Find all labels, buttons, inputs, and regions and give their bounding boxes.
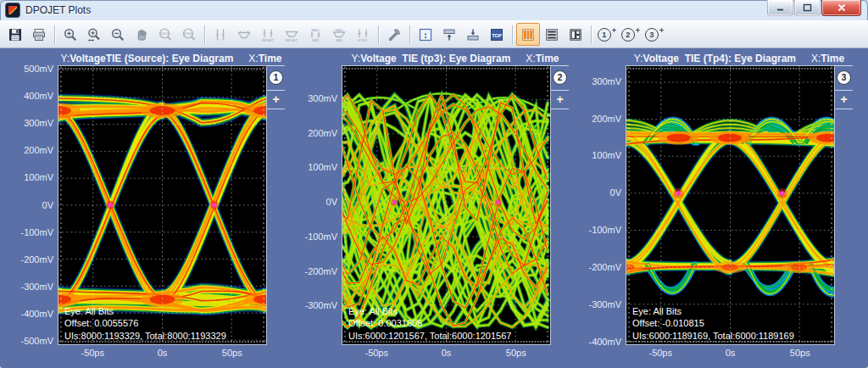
zoom-horizontal-icon	[86, 27, 102, 42]
minimize-button[interactable]	[767, 0, 793, 16]
y-tick-label: 100mV	[24, 172, 53, 183]
zoom-in-button[interactable]	[58, 23, 82, 46]
y-tick-label: 300mV	[308, 93, 337, 104]
plot3-eye-canvas	[626, 66, 834, 344]
plus-icon: +	[636, 26, 640, 35]
plot3-title: Y:Voltage TIE (Tp4): Eye DiagramX:Time	[626, 52, 853, 65]
y-tick-label: 200mV	[308, 128, 337, 139]
pan-button[interactable]	[130, 23, 153, 46]
zoom-sync-button: SYNC	[177, 23, 201, 46]
titlebar[interactable]: DPOJET Plots	[0, 0, 868, 20]
app-icon	[6, 3, 19, 17]
y-tick-label: -300mV	[588, 299, 621, 310]
plot3-number-icon: 3	[645, 28, 659, 42]
cursors-reset-button: RESET	[256, 23, 280, 46]
zoom-out-button[interactable]	[106, 23, 130, 46]
plot2-title: Y:Voltage TIE (tp3): Eye DiagramX:Time	[342, 52, 569, 65]
y-tick-label: -100mV	[20, 227, 53, 238]
y-tick-label: 0V	[42, 200, 53, 211]
maximize-icon	[803, 3, 812, 12]
y-tick-label: 0V	[326, 197, 337, 208]
cursors-sync-button: SYNC	[351, 23, 375, 46]
minimize-icon	[776, 3, 785, 12]
cursors-sync-icon: SYNC	[354, 27, 371, 42]
maximize-button[interactable]	[794, 0, 821, 16]
y-tick-label: 200mV	[24, 145, 53, 156]
wrench-icon	[387, 27, 402, 42]
toolbar-separator	[378, 25, 379, 44]
plot2-eye-canvas	[342, 66, 550, 344]
zoom-100-icon: 100%	[158, 27, 173, 42]
layout-grid-button[interactable]	[564, 23, 587, 46]
svg-text:RESET: RESET	[262, 38, 274, 42]
zoom-sync-icon: SYNC	[181, 27, 197, 42]
configure-button[interactable]	[382, 23, 406, 46]
fit-vertical-button[interactable]: ↕	[414, 23, 437, 46]
plot1-number-badge[interactable]: 1	[269, 70, 283, 85]
y-tick-label: -400mV	[588, 337, 621, 348]
plot2-x-axis: -50ps 0s 50ps	[342, 345, 551, 360]
svg-text:MIN: MIN	[312, 38, 319, 42]
dock-bottom-button[interactable]	[461, 23, 485, 46]
print-button[interactable]	[27, 23, 51, 46]
cursors-maxmin-button: MAX MIN	[303, 23, 327, 46]
y-tick-label: -100mV	[304, 231, 337, 243]
svg-text:↕: ↕	[423, 30, 428, 40]
plot-panel-2: Y:Voltage TIE (tp3): Eye DiagramX:Time 3…	[308, 52, 569, 368]
zoom-in-icon	[63, 27, 78, 42]
y-tick-label: 200mV	[592, 114, 621, 125]
region-maxmin-button: MAX MIN	[327, 23, 351, 46]
zoom-100-button: 100%	[153, 23, 177, 46]
plot1-badge-column: 1 +	[267, 65, 285, 345]
show-plot3-button[interactable]: 3 +	[643, 23, 666, 46]
plot3-add-button[interactable]: +	[840, 94, 847, 104]
toolbar: 100% SYNC R	[0, 20, 868, 48]
svg-text:RESET: RESET	[286, 38, 298, 42]
svg-text:MAX: MAX	[335, 27, 342, 31]
plots-area: Y:VoltageTIE (Source): Eye DiagramX:Time…	[0, 48, 868, 368]
plot3-number-badge[interactable]: 3	[837, 70, 851, 85]
plot2-eye-diagram[interactable]: Eye: All BitsOffset: 0.0031605UIs:6000:1…	[342, 65, 551, 345]
plot1-title: Y:VoltageTIE (Source): Eye DiagramX:Time	[58, 52, 285, 65]
layout-columns-button[interactable]	[516, 23, 540, 46]
y-tick-label: -500mV	[20, 336, 53, 347]
always-on-top-button[interactable]: TOP	[485, 23, 509, 46]
plot-panel-1: Y:VoltageTIE (Source): Eye DiagramX:Time…	[24, 52, 285, 368]
region-reset-button: RESET	[280, 23, 303, 46]
plot3-eye-diagram[interactable]: Eye: All BitsOffset: -0.010815UIs:6000:1…	[626, 65, 835, 345]
plot1-eye-diagram[interactable]: Eye: All BitsOffset: 0.0055576UIs:8000:1…	[58, 65, 267, 345]
dock-top-button[interactable]	[437, 23, 461, 46]
show-plot1-button[interactable]: 1 +	[595, 23, 619, 46]
save-button[interactable]	[3, 23, 27, 46]
svg-text:SYNC: SYNC	[358, 38, 368, 42]
dock-bottom-icon	[465, 27, 481, 42]
zoom-horizontal-button[interactable]	[82, 23, 106, 46]
layout-rows-button[interactable]	[540, 23, 564, 46]
plot2-add-button[interactable]: +	[556, 94, 563, 104]
print-icon	[31, 27, 47, 42]
window-title: DPOJET Plots	[25, 4, 91, 16]
svg-text:SYNC: SYNC	[183, 31, 193, 36]
y-tick-label: 300mV	[24, 118, 53, 129]
plot2-badge-column: 2 +	[551, 65, 569, 345]
region-reset-icon: RESET	[283, 27, 300, 42]
y-tick-label: 100mV	[308, 162, 337, 173]
plot3-y-axis: 300mV200mV100mV0V-100mV-200mV-300mV-400m…	[592, 65, 626, 345]
plot1-add-button[interactable]: +	[272, 94, 279, 104]
plus-icon: +	[659, 26, 664, 35]
layout-grid-icon	[568, 27, 583, 42]
vertical-cursors-button	[209, 23, 232, 46]
fit-vertical-icon: ↕	[418, 27, 433, 42]
plot1-eye-canvas	[58, 66, 266, 344]
close-button[interactable]	[821, 0, 861, 16]
plot1-x-axis: -50ps 0s 50ps	[58, 345, 267, 360]
toolbar-separator	[54, 25, 55, 44]
y-tick-label: -200mV	[304, 266, 337, 277]
y-tick-label: -200mV	[20, 254, 53, 265]
plot1-number-icon: 1	[598, 28, 611, 42]
top-icon: TOP	[489, 27, 504, 42]
toolbar-separator	[409, 25, 410, 44]
save-icon	[8, 27, 23, 42]
plot2-number-badge[interactable]: 2	[553, 70, 567, 85]
show-plot2-button[interactable]: 2 +	[619, 23, 643, 46]
